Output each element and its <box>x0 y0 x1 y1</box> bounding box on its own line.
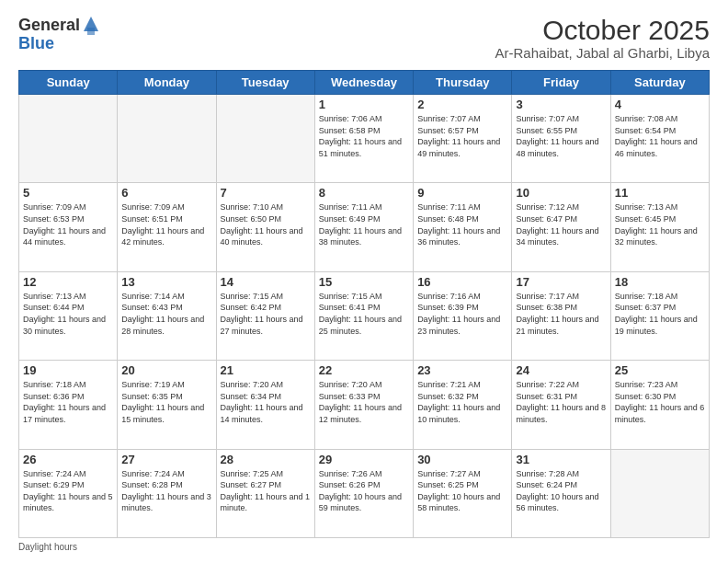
day-number: 8 <box>319 186 409 200</box>
calendar-week-2: 5Sunrise: 7:09 AM Sunset: 6:53 PM Daylig… <box>19 183 710 271</box>
day-info: Sunrise: 7:26 AM Sunset: 6:26 PM Dayligh… <box>319 468 409 514</box>
calendar-cell <box>216 95 314 183</box>
day-info: Sunrise: 7:12 AM Sunset: 6:47 PM Dayligh… <box>516 201 606 247</box>
calendar-cell: 7Sunrise: 7:10 AM Sunset: 6:50 PM Daylig… <box>216 183 314 271</box>
header: General Blue October 2025 Ar-Rahaibat, J… <box>18 15 710 61</box>
col-tuesday: Tuesday <box>216 71 314 95</box>
calendar-cell: 6Sunrise: 7:09 AM Sunset: 6:51 PM Daylig… <box>118 183 216 271</box>
col-thursday: Thursday <box>414 71 512 95</box>
calendar-cell: 20Sunrise: 7:19 AM Sunset: 6:35 PM Dayli… <box>118 361 216 449</box>
calendar-cell: 12Sunrise: 7:13 AM Sunset: 6:44 PM Dayli… <box>19 271 118 360</box>
day-info: Sunrise: 7:18 AM Sunset: 6:37 PM Dayligh… <box>615 291 705 337</box>
day-info: Sunrise: 7:24 AM Sunset: 6:28 PM Dayligh… <box>121 468 211 514</box>
day-info: Sunrise: 7:16 AM Sunset: 6:39 PM Dayligh… <box>417 291 507 337</box>
day-number: 12 <box>23 275 113 289</box>
col-sunday: Sunday <box>19 71 118 95</box>
day-info: Sunrise: 7:11 AM Sunset: 6:48 PM Dayligh… <box>417 201 507 247</box>
day-info: Sunrise: 7:13 AM Sunset: 6:45 PM Dayligh… <box>615 201 705 247</box>
day-info: Sunrise: 7:20 AM Sunset: 6:33 PM Dayligh… <box>319 379 409 425</box>
calendar-cell: 28Sunrise: 7:25 AM Sunset: 6:27 PM Dayli… <box>216 449 314 537</box>
day-number: 19 <box>23 363 113 377</box>
day-info: Sunrise: 7:25 AM Sunset: 6:27 PM Dayligh… <box>221 468 311 514</box>
calendar-cell: 5Sunrise: 7:09 AM Sunset: 6:53 PM Daylig… <box>19 183 118 271</box>
footer-note: Daylight hours <box>18 542 710 552</box>
day-info: Sunrise: 7:07 AM Sunset: 6:57 PM Dayligh… <box>417 113 507 159</box>
calendar-cell <box>610 449 709 537</box>
calendar-cell: 21Sunrise: 7:20 AM Sunset: 6:34 PM Dayli… <box>216 361 314 449</box>
day-info: Sunrise: 7:06 AM Sunset: 6:58 PM Dayligh… <box>319 113 409 159</box>
calendar-cell <box>19 95 118 183</box>
day-number: 28 <box>221 453 311 466</box>
calendar-cell: 22Sunrise: 7:20 AM Sunset: 6:33 PM Dayli… <box>314 361 413 449</box>
calendar-cell: 31Sunrise: 7:28 AM Sunset: 6:24 PM Dayli… <box>512 449 610 537</box>
day-number: 3 <box>516 98 606 111</box>
calendar-cell: 4Sunrise: 7:08 AM Sunset: 6:54 PM Daylig… <box>610 95 709 183</box>
day-info: Sunrise: 7:21 AM Sunset: 6:32 PM Dayligh… <box>417 379 507 425</box>
calendar-cell: 15Sunrise: 7:15 AM Sunset: 6:41 PM Dayli… <box>314 271 413 360</box>
page-subtitle: Ar-Rahaibat, Jabal al Gharbi, Libya <box>495 45 710 61</box>
logo-general-text: General <box>18 17 80 33</box>
calendar-cell: 19Sunrise: 7:18 AM Sunset: 6:36 PM Dayli… <box>19 361 118 449</box>
day-number: 4 <box>615 98 705 111</box>
day-number: 21 <box>221 363 311 377</box>
day-number: 14 <box>221 275 311 289</box>
day-number: 11 <box>615 186 705 200</box>
logo: General Blue <box>18 15 100 52</box>
calendar-cell: 8Sunrise: 7:11 AM Sunset: 6:49 PM Daylig… <box>314 183 413 271</box>
calendar-header-row: Sunday Monday Tuesday Wednesday Thursday… <box>19 71 710 95</box>
day-number: 7 <box>221 186 311 200</box>
day-info: Sunrise: 7:08 AM Sunset: 6:54 PM Dayligh… <box>615 113 705 159</box>
col-saturday: Saturday <box>610 71 709 95</box>
page-title: October 2025 <box>495 15 710 45</box>
calendar-week-4: 19Sunrise: 7:18 AM Sunset: 6:36 PM Dayli… <box>19 361 710 449</box>
calendar-cell: 11Sunrise: 7:13 AM Sunset: 6:45 PM Dayli… <box>610 183 709 271</box>
calendar-cell: 1Sunrise: 7:06 AM Sunset: 6:58 PM Daylig… <box>314 95 413 183</box>
day-number: 22 <box>319 363 409 377</box>
day-info: Sunrise: 7:24 AM Sunset: 6:29 PM Dayligh… <box>23 468 113 514</box>
calendar-cell: 27Sunrise: 7:24 AM Sunset: 6:28 PM Dayli… <box>118 449 216 537</box>
day-number: 16 <box>417 275 507 289</box>
day-info: Sunrise: 7:28 AM Sunset: 6:24 PM Dayligh… <box>516 468 606 514</box>
calendar-cell: 14Sunrise: 7:15 AM Sunset: 6:42 PM Dayli… <box>216 271 314 360</box>
day-info: Sunrise: 7:27 AM Sunset: 6:25 PM Dayligh… <box>417 468 507 514</box>
day-number: 30 <box>417 453 507 466</box>
day-info: Sunrise: 7:19 AM Sunset: 6:35 PM Dayligh… <box>121 379 211 425</box>
day-number: 17 <box>516 275 606 289</box>
day-info: Sunrise: 7:09 AM Sunset: 6:53 PM Dayligh… <box>23 201 113 247</box>
logo-blue-text: Blue <box>18 35 54 52</box>
day-info: Sunrise: 7:10 AM Sunset: 6:50 PM Dayligh… <box>221 201 311 247</box>
calendar-cell: 13Sunrise: 7:14 AM Sunset: 6:43 PM Dayli… <box>118 271 216 360</box>
logo-icon <box>82 15 100 35</box>
day-number: 27 <box>121 453 211 466</box>
calendar-table: Sunday Monday Tuesday Wednesday Thursday… <box>18 70 710 538</box>
calendar-cell: 3Sunrise: 7:07 AM Sunset: 6:55 PM Daylig… <box>512 95 610 183</box>
day-number: 13 <box>121 275 211 289</box>
calendar-cell: 26Sunrise: 7:24 AM Sunset: 6:29 PM Dayli… <box>19 449 118 537</box>
col-wednesday: Wednesday <box>314 71 413 95</box>
day-number: 5 <box>23 186 113 200</box>
day-number: 26 <box>23 453 113 466</box>
calendar-cell <box>118 95 216 183</box>
calendar-cell: 24Sunrise: 7:22 AM Sunset: 6:31 PM Dayli… <box>512 361 610 449</box>
day-info: Sunrise: 7:17 AM Sunset: 6:38 PM Dayligh… <box>516 291 606 337</box>
day-info: Sunrise: 7:23 AM Sunset: 6:30 PM Dayligh… <box>615 379 705 425</box>
day-info: Sunrise: 7:11 AM Sunset: 6:49 PM Dayligh… <box>319 201 409 247</box>
calendar-week-1: 1Sunrise: 7:06 AM Sunset: 6:58 PM Daylig… <box>19 95 710 183</box>
day-number: 24 <box>516 363 606 377</box>
day-info: Sunrise: 7:07 AM Sunset: 6:55 PM Dayligh… <box>516 113 606 159</box>
day-number: 10 <box>516 186 606 200</box>
title-block: October 2025 Ar-Rahaibat, Jabal al Gharb… <box>495 15 710 61</box>
calendar-cell: 16Sunrise: 7:16 AM Sunset: 6:39 PM Dayli… <box>414 271 512 360</box>
day-number: 15 <box>319 275 409 289</box>
day-info: Sunrise: 7:22 AM Sunset: 6:31 PM Dayligh… <box>516 379 606 425</box>
day-info: Sunrise: 7:15 AM Sunset: 6:41 PM Dayligh… <box>319 291 409 337</box>
calendar-cell: 9Sunrise: 7:11 AM Sunset: 6:48 PM Daylig… <box>414 183 512 271</box>
day-number: 29 <box>319 453 409 466</box>
calendar-cell: 30Sunrise: 7:27 AM Sunset: 6:25 PM Dayli… <box>414 449 512 537</box>
day-number: 31 <box>516 453 606 466</box>
calendar-cell: 2Sunrise: 7:07 AM Sunset: 6:57 PM Daylig… <box>414 95 512 183</box>
day-info: Sunrise: 7:13 AM Sunset: 6:44 PM Dayligh… <box>23 291 113 337</box>
calendar-week-3: 12Sunrise: 7:13 AM Sunset: 6:44 PM Dayli… <box>19 271 710 360</box>
calendar-cell: 23Sunrise: 7:21 AM Sunset: 6:32 PM Dayli… <box>414 361 512 449</box>
day-number: 1 <box>319 98 409 111</box>
